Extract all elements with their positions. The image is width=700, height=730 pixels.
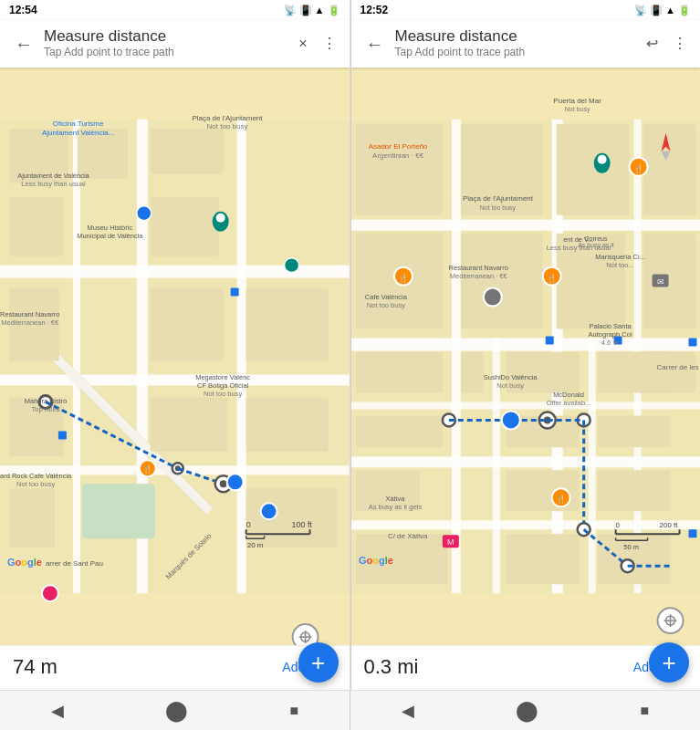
nav-bar: ◀ ⬤ ■ ◀ ⬤ ■ [0,690,700,730]
map-right[interactable]: 0 200 ft 50 m [351,68,701,645]
time-left: 12:54 [9,4,37,16]
svg-rect-69 [355,124,442,215]
right-screen: 12:52 📡 📳 ▲ 🔋 ← Measure distance Tap Add… [351,0,701,690]
svg-rect-130 [545,337,553,345]
header-title-block-left: Measure distance Tap Add point to trace … [44,27,293,60]
svg-rect-71 [556,124,629,215]
svg-text:100 ft: 100 ft [292,520,313,529]
svg-text:🍴: 🍴 [633,163,644,174]
bottom-bar-right: 0.3 mi Add point + [351,645,701,690]
svg-rect-75 [556,234,624,329]
svg-point-50 [137,206,151,221]
svg-point-49 [216,214,225,223]
svg-text:Google: Google [7,557,42,568]
svg-text:200 ft: 200 ft [659,521,678,529]
more-menu-button-right[interactable]: ⋮ [667,33,693,55]
svg-rect-55 [231,288,239,297]
header-actions-right: ↩ ⋮ [641,33,693,55]
svg-rect-77 [355,352,442,393]
header-title-block-right: Measure distance Tap Add point to trace … [395,27,642,60]
more-menu-button-left[interactable]: ⋮ [317,33,342,55]
nav-back-left[interactable]: ◀ [33,697,82,725]
svg-rect-85 [355,470,419,511]
svg-text:C/ de Xàtiva: C/ de Xàtiva [387,532,427,540]
svg-rect-72 [643,124,695,215]
svg-rect-61 [351,456,701,467]
svg-rect-87 [597,470,670,511]
svg-rect-76 [643,234,695,329]
back-button-left[interactable]: ← [7,31,40,57]
svg-text:20 m: 20 m [247,541,264,549]
svg-point-40 [220,480,227,487]
svg-point-41 [227,474,244,490]
nav-home-right[interactable]: ⬤ [497,695,557,726]
vibrate-icon-right: 📳 [650,5,663,16]
header-title-right: Measure distance [395,27,642,46]
svg-rect-12 [9,197,64,256]
distance-value-left: 74 m [13,655,57,679]
svg-point-51 [285,258,299,273]
header-actions-left: × ⋮ [293,33,341,55]
svg-rect-89 [506,534,579,584]
svg-rect-15 [151,288,224,361]
status-icons-left: 📡 📳 ▲ 🔋 [284,5,340,16]
status-icons-right: 📡 📳 ▲ 🔋 [634,5,691,16]
distance-value-right: 0.3 mi [364,655,419,679]
svg-point-122 [597,155,606,164]
svg-point-111 [501,411,519,429]
svg-rect-5 [237,120,246,593]
header-left: ← Measure distance Tap Add point to trac… [0,20,350,68]
svg-rect-70 [460,124,542,215]
nav-back-right[interactable]: ◀ [383,697,433,725]
fab-right[interactable]: + [649,642,689,683]
close-button-left[interactable]: × [293,33,312,55]
svg-rect-14 [9,288,59,361]
svg-rect-6 [73,120,80,593]
vibrate-icon: 📳 [299,5,312,16]
nav-recents-left[interactable]: ■ [272,699,318,723]
svg-rect-79 [506,352,579,393]
time-right: 12:52 [360,4,389,16]
svg-rect-9 [9,129,68,183]
svg-text:M: M [447,537,454,547]
svg-text:0: 0 [246,520,251,529]
svg-rect-90 [597,534,670,584]
svg-rect-54 [58,431,67,439]
svg-rect-81 [643,352,695,393]
svg-rect-19 [246,397,329,452]
svg-text:🍴: 🍴 [142,464,153,474]
svg-text:arrer de Sant Pau: arrer de Sant Pau [46,559,103,568]
nav-recents-right[interactable]: ■ [622,699,668,723]
back-button-right[interactable]: ← [359,31,392,57]
nav-home-left[interactable]: ⬤ [147,695,206,726]
header-right: ← Measure distance Tap Add point to trac… [351,20,701,68]
header-subtitle-left: Tap Add point to trace path [44,46,293,60]
wifi-icon: ▲ [315,5,325,16]
svg-rect-60 [351,339,701,351]
svg-rect-66 [351,402,701,409]
status-bar-right: 12:52 📡 📳 ▲ 🔋 [351,0,701,20]
battery-icon-right: 🔋 [678,5,691,16]
header-subtitle-right: Tap Add point to trace path [395,46,642,60]
svg-rect-74 [460,234,542,329]
nav-bar-left: ◀ ⬤ ■ [0,691,350,730]
status-bar-left: 12:54 📡 📳 ▲ 🔋 [0,0,350,20]
fab-left[interactable]: + [298,642,339,683]
svg-text:50 m: 50 m [623,543,639,551]
svg-rect-132 [688,529,696,537]
wifi-icon-right: ▲ [665,5,675,16]
svg-rect-67 [492,339,499,594]
svg-rect-131 [688,339,696,347]
svg-text:🍴: 🍴 [556,494,567,505]
cast-icon-right: 📡 [634,5,647,16]
undo-button-right[interactable]: ↩ [641,33,663,55]
cast-icon: 📡 [284,5,297,16]
svg-rect-84 [597,415,670,447]
svg-rect-59 [351,220,701,231]
svg-point-53 [261,503,277,519]
svg-rect-2 [0,374,350,385]
svg-rect-16 [246,288,329,361]
svg-text:Carrer de les B...: Carrer de les B... [656,363,700,371]
plus-icon-right: + [662,651,675,674]
map-left[interactable]: 0 100 ft 20 m Marqués de Sotelo Carrer d… [0,68,350,645]
